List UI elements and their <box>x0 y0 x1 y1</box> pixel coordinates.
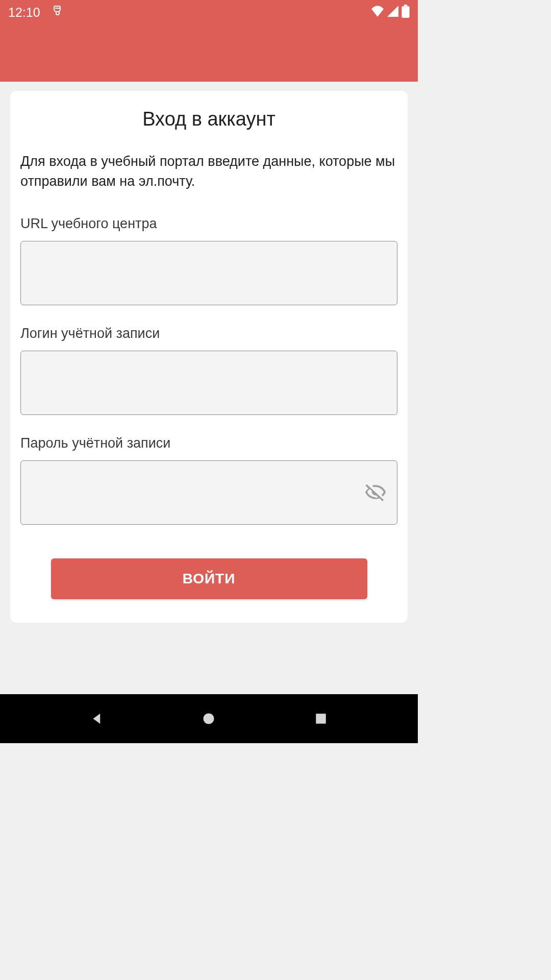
nav-recent-icon[interactable] <box>309 706 333 731</box>
content-area: Вход в аккаунт Для входа в учебный порта… <box>0 82 418 694</box>
password-label: Пароль учётной записи <box>20 435 397 451</box>
login-card: Вход в аккаунт Для входа в учебный порта… <box>10 91 408 623</box>
svg-rect-4 <box>316 714 326 724</box>
device-frame: 12:10 <box>0 0 418 743</box>
password-row <box>20 460 397 525</box>
login-description: Для входа в учебный портал введите данны… <box>20 152 397 191</box>
nav-bar <box>0 694 418 743</box>
status-time: 12:10 <box>8 5 40 20</box>
url-input[interactable] <box>20 241 397 305</box>
login-button[interactable]: ВОЙТИ <box>51 558 367 599</box>
battery-icon <box>402 5 410 20</box>
svg-rect-2 <box>404 5 408 6</box>
status-left: 12:10 <box>8 5 64 20</box>
login-label: Логин учётной записи <box>20 326 397 341</box>
status-bar: 12:10 <box>0 0 418 24</box>
app-indicator-icon <box>52 5 64 20</box>
login-title: Вход в аккаунт <box>20 108 397 130</box>
app-header <box>0 24 418 82</box>
signal-icon <box>387 6 398 19</box>
password-input[interactable] <box>20 460 397 525</box>
nav-back-icon[interactable] <box>85 706 109 731</box>
nav-home-icon[interactable] <box>196 706 221 731</box>
status-right <box>371 5 410 20</box>
url-field: URL учебного центра <box>20 216 397 305</box>
url-label: URL учебного центра <box>20 216 397 232</box>
svg-point-3 <box>204 714 214 724</box>
password-field: Пароль учётной записи <box>20 435 397 525</box>
wifi-icon <box>371 6 384 19</box>
svg-rect-1 <box>402 6 409 18</box>
eye-off-icon[interactable] <box>364 481 387 504</box>
login-field: Логин учётной записи <box>20 326 397 415</box>
login-input[interactable] <box>20 351 397 415</box>
